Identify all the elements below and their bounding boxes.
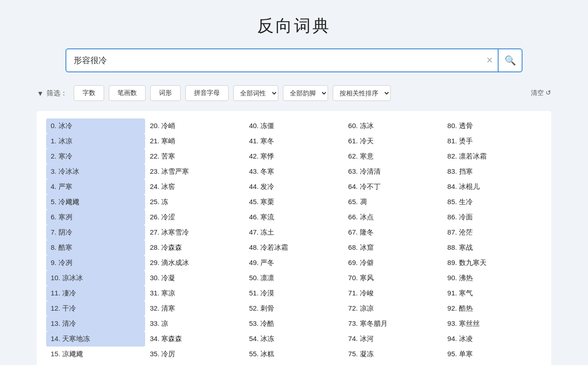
list-item[interactable]: 54. 冰冻 [244, 331, 343, 347]
list-item[interactable]: 52. 刺骨 [244, 301, 343, 316]
list-item[interactable]: 50. 凛凛 [244, 271, 343, 286]
list-item[interactable]: 82. 凛若冰霜 [443, 149, 542, 164]
list-item[interactable]: 63. 冷清清 [344, 164, 443, 179]
list-item[interactable]: 7. 阴冷 [46, 225, 145, 240]
list-item[interactable]: 1. 冰凉 [46, 134, 145, 149]
list-item[interactable]: 96. 凌 [443, 362, 542, 365]
list-item[interactable]: 71. 冷峻 [344, 286, 443, 301]
list-item[interactable]: 16. 冰 [46, 362, 145, 365]
filter-label: ▼ 筛选： [37, 89, 67, 98]
list-item[interactable]: 74. 冰河 [344, 331, 443, 347]
list-item[interactable]: 27. 冰寒雪冷 [145, 225, 244, 240]
filter-char-count-button[interactable]: 字数 [74, 85, 104, 101]
list-item[interactable]: 68. 冰窟 [344, 240, 443, 255]
list-item[interactable]: 10. 凉冰冰 [46, 271, 145, 286]
list-item[interactable]: 26. 冷涩 [145, 210, 244, 225]
list-item[interactable]: 76. 冷颤 [344, 362, 443, 365]
clear-input-button[interactable]: ✕ [484, 53, 495, 67]
list-item[interactable]: 92. 酷热 [443, 301, 542, 316]
list-item[interactable]: 55. 冰糕 [244, 347, 343, 362]
list-item[interactable]: 69. 冷僻 [344, 255, 443, 271]
list-item[interactable]: 67. 隆冬 [344, 225, 443, 240]
list-item[interactable]: 51. 冷漠 [244, 286, 343, 301]
clear-all-button[interactable]: 清空 ↺ [531, 89, 551, 97]
list-item[interactable]: 87. 沧茫 [443, 225, 542, 240]
filter-pinyin-button[interactable]: 拼音字母 [185, 85, 229, 101]
list-item[interactable]: 83. 挡寒 [443, 164, 542, 179]
list-item[interactable]: 3. 冷冰冰 [46, 164, 145, 179]
list-item[interactable]: 48. 冷若冰霜 [244, 240, 343, 255]
list-item[interactable]: 36. 寒 [145, 362, 244, 365]
list-item[interactable]: 20. 冷峭 [145, 118, 244, 134]
list-item[interactable]: 30. 冷凝 [145, 271, 244, 286]
list-item[interactable]: 32. 清寒 [145, 301, 244, 316]
list-item[interactable]: 60. 冻冰 [344, 118, 443, 134]
list-item[interactable]: 72. 凉凉 [344, 301, 443, 316]
list-item[interactable]: 45. 寒栗 [244, 194, 343, 210]
list-item[interactable]: 12. 干冷 [46, 301, 145, 316]
list-item[interactable]: 11. 凄冷 [46, 286, 145, 301]
list-item[interactable]: 64. 冷不丁 [344, 179, 443, 194]
list-item[interactable]: 13. 清冷 [46, 316, 145, 331]
list-item[interactable]: 41. 寒冬 [244, 134, 343, 149]
list-item[interactable]: 33. 凉 [145, 316, 244, 331]
list-item[interactable]: 8. 酷寒 [46, 240, 145, 255]
list-item[interactable]: 23. 冰雪严寒 [145, 164, 244, 179]
filter-sort-select[interactable]: 按相关性排序 [333, 85, 391, 101]
list-item[interactable]: 91. 寒气 [443, 286, 542, 301]
list-item[interactable]: 65. 凋 [344, 194, 443, 210]
list-item[interactable]: 22. 苦寒 [145, 149, 244, 164]
list-item[interactable]: 81. 烫手 [443, 134, 542, 149]
list-item[interactable]: 62. 寒意 [344, 149, 443, 164]
filter-bar: ▼ 筛选： 字数 笔画数 词形 拼音字母 全部词性 全部韵脚 按相关性排序 清空… [0, 81, 588, 106]
list-item[interactable]: 73. 寒冬腊月 [344, 316, 443, 331]
list-item[interactable]: 44. 发冷 [244, 179, 343, 194]
list-item[interactable]: 53. 冷酷 [244, 316, 343, 331]
list-item[interactable]: 61. 冷天 [344, 134, 443, 149]
list-item[interactable]: 80. 透骨 [443, 118, 542, 134]
list-item[interactable]: 93. 寒丝丝 [443, 316, 542, 331]
list-item[interactable]: 25. 冻 [145, 194, 244, 210]
list-item[interactable]: 29. 滴水成冰 [145, 255, 244, 271]
list-item[interactable]: 46. 寒流 [244, 210, 343, 225]
list-item[interactable]: 0. 冰冷 [46, 118, 145, 134]
list-item[interactable]: 49. 严冬 [244, 255, 343, 271]
list-item[interactable]: 31. 寒凉 [145, 286, 244, 301]
list-item[interactable]: 86. 冷面 [443, 210, 542, 225]
search-input[interactable] [65, 48, 499, 72]
list-item[interactable]: 43. 冬寒 [244, 164, 343, 179]
result-column-0: 0. 冰冷1. 冰凉2. 寒冷3. 冷冰冰4. 严寒5. 冷飕飕6. 寒冽7. … [46, 118, 145, 365]
list-item[interactable]: 40. 冻僵 [244, 118, 343, 134]
list-item[interactable]: 70. 寒风 [344, 271, 443, 286]
filter-pos-select[interactable]: 全部词性 [233, 85, 278, 101]
list-item[interactable]: 75. 凝冻 [344, 347, 443, 362]
list-item[interactable]: 88. 寒战 [443, 240, 542, 255]
list-item[interactable]: 28. 冷森森 [145, 240, 244, 255]
filter-stroke-count-button[interactable]: 笔画数 [109, 85, 146, 101]
search-button[interactable]: 🔍 [499, 48, 523, 72]
list-item[interactable]: 6. 寒冽 [46, 210, 145, 225]
list-item[interactable]: 94. 冰凌 [443, 331, 542, 347]
list-item[interactable]: 47. 冻土 [244, 225, 343, 240]
list-item[interactable]: 66. 冰点 [344, 210, 443, 225]
list-item[interactable]: 84. 冰棍儿 [443, 179, 542, 194]
list-item[interactable]: 21. 寒峭 [145, 134, 244, 149]
list-item[interactable]: 15. 凉飕飕 [46, 347, 145, 362]
list-item[interactable]: 85. 生冷 [443, 194, 542, 210]
list-item[interactable]: 34. 寒森森 [145, 331, 244, 347]
list-item[interactable]: 24. 冰窖 [145, 179, 244, 194]
list-item[interactable]: 2. 寒冷 [46, 149, 145, 164]
filter-rhyme-select[interactable]: 全部韵脚 [283, 85, 328, 101]
list-item[interactable]: 5. 冷飕飕 [46, 194, 145, 210]
list-item[interactable]: 56. 严霜 [244, 362, 343, 365]
list-item[interactable]: 90. 沸热 [443, 271, 542, 286]
list-item[interactable]: 89. 数九寒天 [443, 255, 542, 271]
result-column-2: 40. 冻僵41. 寒冬42. 寒悸43. 冬寒44. 发冷45. 寒栗46. … [244, 118, 343, 365]
list-item[interactable]: 42. 寒悸 [244, 149, 343, 164]
filter-word-form-button[interactable]: 词形 [150, 85, 181, 101]
list-item[interactable]: 4. 严寒 [46, 179, 145, 194]
list-item[interactable]: 35. 冷厉 [145, 347, 244, 362]
list-item[interactable]: 9. 冷冽 [46, 255, 145, 271]
list-item[interactable]: 95. 单寒 [443, 347, 542, 362]
list-item[interactable]: 14. 天寒地冻 [46, 331, 145, 347]
